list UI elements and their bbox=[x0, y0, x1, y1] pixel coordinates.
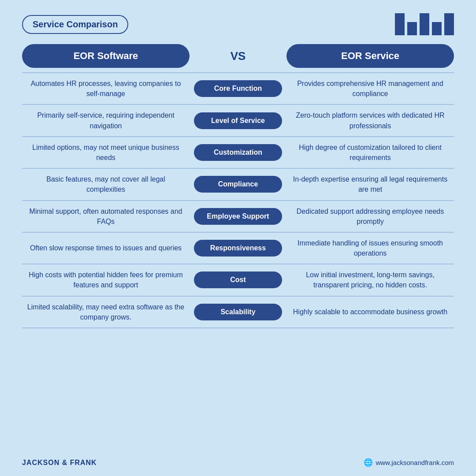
logo-block-2 bbox=[407, 22, 417, 35]
table-row: Limited options, may not meet unique bus… bbox=[22, 136, 454, 168]
left-cell: Basic features, may not cover all legal … bbox=[22, 174, 190, 194]
left-cell: High costs with potential hidden fees fo… bbox=[22, 270, 190, 290]
table-row: Basic features, may not cover all legal … bbox=[22, 168, 454, 200]
column-headers: EOR Software VS EOR Service bbox=[22, 44, 454, 68]
comparison-table: Automates HR processes, leaving companie… bbox=[22, 72, 454, 452]
left-column-header: EOR Software bbox=[22, 44, 190, 68]
left-cell: Primarily self-service, requiring indepe… bbox=[22, 110, 190, 130]
left-cell: Minimal support, often automated respons… bbox=[22, 206, 190, 227]
right-cell: Zero-touch platform services with dedica… bbox=[286, 110, 454, 130]
logo-block-1 bbox=[395, 13, 405, 35]
brand-name: JACKSON & FRANK bbox=[22, 459, 97, 467]
category-badge: Level of Service bbox=[194, 112, 282, 129]
vs-label: VS bbox=[194, 44, 282, 68]
table-row: Primarily self-service, requiring indepe… bbox=[22, 104, 454, 136]
globe-icon: 🌐 bbox=[364, 458, 373, 467]
category-badge: Compliance bbox=[194, 176, 282, 193]
category-badge: Customization bbox=[194, 144, 282, 161]
logo-block-3 bbox=[420, 13, 429, 35]
header: Service Comparison bbox=[22, 13, 454, 35]
right-cell: Highly scalable to accommodate business … bbox=[286, 307, 454, 317]
right-column-header: EOR Service bbox=[286, 44, 454, 68]
left-cell: Limited options, may not meet unique bus… bbox=[22, 142, 190, 163]
website-link: 🌐 www.jacksonandfrank.com bbox=[364, 458, 454, 467]
table-row: High costs with potential hidden fees fo… bbox=[22, 264, 454, 295]
table-row: Minimal support, often automated respons… bbox=[22, 200, 454, 232]
left-cell: Often slow response times to issues and … bbox=[22, 243, 190, 253]
table-row: Limited scalability, may need extra soft… bbox=[22, 296, 454, 328]
right-cell: Provides comprehensive HR management and… bbox=[286, 78, 454, 99]
table-row: Often slow response times to issues and … bbox=[22, 232, 454, 264]
category-badge: Core Function bbox=[194, 80, 282, 97]
category-badge: Scalability bbox=[194, 304, 282, 320]
category-badge: Cost bbox=[194, 271, 282, 288]
right-cell: Immediate handling of issues ensuring sm… bbox=[286, 238, 454, 258]
website-url: www.jacksonandfrank.com bbox=[376, 459, 454, 466]
right-cell: Low initial investment, long-term saving… bbox=[286, 270, 454, 290]
footer: JACKSON & FRANK 🌐 www.jacksonandfrank.co… bbox=[22, 452, 454, 467]
logo-decoration bbox=[395, 13, 454, 35]
logo-block-5 bbox=[444, 13, 454, 35]
page-title: Service Comparison bbox=[22, 15, 128, 34]
right-cell: Dedicated support addressing employee ne… bbox=[286, 206, 454, 227]
logo-block-4 bbox=[432, 22, 442, 35]
right-cell: In-depth expertise ensuring all legal re… bbox=[286, 174, 454, 194]
left-cell: Limited scalability, may need extra soft… bbox=[22, 302, 190, 322]
category-badge: Responsiveness bbox=[194, 240, 282, 257]
right-cell: High degree of customization tailored to… bbox=[286, 142, 454, 163]
category-badge: Employee Support bbox=[194, 208, 282, 225]
left-cell: Automates HR processes, leaving companie… bbox=[22, 78, 190, 99]
table-row: Automates HR processes, leaving companie… bbox=[22, 72, 454, 104]
